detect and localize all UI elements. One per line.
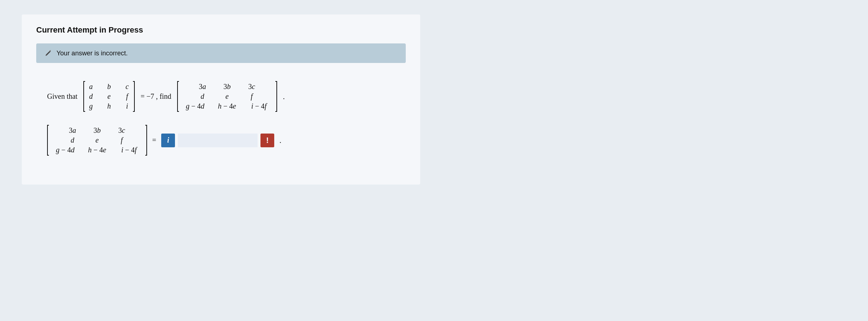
section-title: Current Attempt in Progress — [36, 25, 406, 35]
bottom-period: . — [279, 136, 281, 145]
matrix2: 3a 3b 3c d e f g − 4d h − 4e i − 4f — [177, 81, 277, 112]
cell-i4f-b: i − 4f — [114, 146, 143, 154]
matrix-row: g h i — [87, 102, 131, 110]
cell-i: i — [123, 102, 131, 110]
matrix1: a b c d e f g h i — [83, 81, 135, 112]
matrix2-wrapper: 3a 3b 3c d e f g − 4d h − 4e i − 4f — [177, 81, 277, 112]
cell-e: e — [105, 92, 113, 101]
equals-text: = −7 , find — [141, 92, 171, 101]
cell-a: a — [87, 83, 95, 91]
cell-3c: 3c — [241, 83, 263, 91]
main-container: Current Attempt in Progress Your answer … — [22, 14, 420, 185]
pencil-icon — [44, 49, 52, 57]
cell-d3: d — [62, 136, 83, 144]
cell-h: h — [105, 102, 113, 110]
top-period: . — [283, 92, 285, 101]
cell-3a: 3a — [192, 83, 213, 91]
cell-e3: e — [86, 136, 108, 144]
info-button[interactable]: i — [161, 134, 175, 147]
cell-g4d: g − 4d — [181, 102, 210, 110]
error-button[interactable]: ! — [260, 134, 274, 147]
matrix-row: g − 4d h − 4e i − 4f — [51, 146, 143, 154]
cell-h4e: h − 4e — [213, 102, 242, 110]
cell-3a-b: 3a — [62, 126, 83, 135]
cell-g: g — [87, 102, 95, 110]
cell-g4d-b: g − 4d — [51, 146, 80, 154]
answer-input[interactable] — [178, 134, 258, 147]
matrix-row: g − 4d h − 4e i − 4f — [181, 102, 274, 110]
answer-banner: Your answer is incorrect. — [36, 43, 406, 63]
cell-d2: d — [192, 92, 213, 101]
cell-i4f: i − 4f — [245, 102, 274, 110]
equals2-text: = — [152, 136, 156, 144]
matrix-row: d e f — [192, 92, 263, 101]
cell-h4e-b: h − 4e — [83, 146, 112, 154]
cell-d: d — [87, 92, 95, 101]
cell-3c-b: 3c — [111, 126, 133, 135]
matrix3: 3a 3b 3c d e f g − 4d h − 4e i − 4f — [47, 125, 147, 156]
given-that-text: Given that — [47, 92, 78, 101]
answer-input-area: i ! — [161, 134, 274, 147]
matrix-row: d e f — [62, 136, 133, 144]
cell-3b: 3b — [216, 83, 238, 91]
math-content: Given that a b c d e f g — [36, 77, 406, 166]
cell-e2: e — [216, 92, 238, 101]
bottom-equation: 3a 3b 3c d e f g − 4d h − 4e i − 4f — [47, 125, 406, 156]
banner-text: Your answer is incorrect. — [57, 50, 128, 57]
cell-c: c — [123, 83, 131, 91]
matrix-row: 3a 3b 3c — [62, 126, 133, 135]
matrix-row: d e f — [87, 92, 131, 101]
matrix-row: 3a 3b 3c — [192, 83, 263, 91]
top-equation: Given that a b c d e f g — [47, 81, 406, 112]
cell-f2: f — [241, 92, 263, 101]
cell-f3: f — [111, 136, 133, 144]
matrix3-wrapper: 3a 3b 3c d e f g − 4d h − 4e i − 4f — [47, 125, 147, 156]
cell-3b-b: 3b — [86, 126, 108, 135]
matrix-row: a b c — [87, 83, 131, 91]
cell-b: b — [105, 83, 113, 91]
cell-f: f — [123, 92, 131, 101]
matrix1-wrapper: a b c d e f g h i — [83, 81, 135, 112]
